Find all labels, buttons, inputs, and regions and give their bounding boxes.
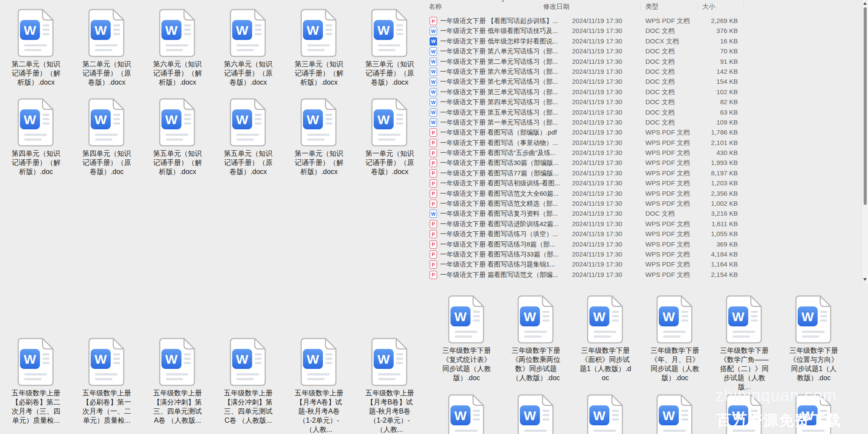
file-size: 1,164 KB bbox=[677, 260, 738, 268]
file-list-row[interactable]: P 一年级语文下册 看图写话进阶训练42篇... 2024/11/19 17:3… bbox=[417, 219, 868, 229]
file-size: 1,055 KB bbox=[677, 230, 738, 237]
file-tile[interactable]: W 五年级数学上册【月考B卷】试题-秋月考B卷（1-2单元）-（人教... bbox=[357, 335, 422, 434]
file-date-modified: 2024/11/19 17:30 bbox=[572, 47, 622, 55]
file-list-row[interactable]: W 一年级语文下册 低年级怎样学好看图说... 2024/11/19 17:30… bbox=[417, 36, 868, 46]
file-tile[interactable]: W bbox=[642, 391, 707, 434]
scrollbar-thumb[interactable] bbox=[864, 7, 867, 205]
column-divider[interactable] bbox=[640, 2, 641, 10]
file-name-label: 五年级数学上册【必刷卷】第二次月考（三、四单元）质量检... bbox=[10, 388, 62, 425]
file-name: 一年级语文下册 第二单元写话练习（部... bbox=[440, 58, 570, 66]
file-list-row[interactable]: W 一年级语文下册 第七单元写话练习（部... 2024/11/19 17:30… bbox=[417, 77, 868, 87]
word-document-icon: W bbox=[228, 338, 269, 386]
file-tile[interactable]: W 五年级数学上册【月考A卷】试题-秋月考A卷（1-2单元）-（人教... bbox=[286, 335, 352, 434]
file-name: 一年级语文下册 【看图写话起步训练】... bbox=[440, 17, 570, 25]
column-divider[interactable] bbox=[539, 2, 540, 10]
file-tile[interactable]: W 第二单元（知识记诵手册）（解析版）.docx bbox=[3, 6, 69, 95]
word-letter: W bbox=[732, 309, 745, 324]
file-tile[interactable]: W 第四单元（知识记诵手册）（原卷版）.doc bbox=[74, 95, 139, 185]
file-tile[interactable]: W 第三单元（知识记诵手册）（解析版）.docx bbox=[286, 6, 352, 95]
file-tile[interactable]: W 第五单元（知识记诵手册）（原卷版）.docx bbox=[216, 95, 281, 185]
file-date-modified: 2024/11/19 17:30 bbox=[572, 17, 622, 24]
file-tile[interactable]: W 三年级数学下册《数学广角——搭配（二）》同步试题（人教版... bbox=[712, 293, 777, 391]
file-tile[interactable]: W 第六单元（知识记诵手册）（解析版）.docx bbox=[145, 6, 210, 95]
file-date-modified: 2024/11/19 17:30 bbox=[572, 37, 622, 45]
file-date-modified: 2024/11/19 17:30 bbox=[572, 179, 622, 187]
file-tile[interactable]: W 第五单元（知识记诵手册）（解析版）.docx bbox=[145, 95, 210, 185]
file-list-row[interactable]: P 一年级语文下册 看图写话（事景动物）... 2024/11/19 17:30… bbox=[417, 138, 868, 148]
file-list-row[interactable]: W 一年级语文下册 第三单元写话练习（部... 2024/11/19 17:30… bbox=[417, 87, 868, 97]
file-list-row[interactable]: W 一年级语文下册 第二单元写话练习（部... 2024/11/19 17:30… bbox=[417, 57, 868, 67]
file-list-row[interactable]: P 一年级语文下册 看图写话范文精选（部... 2024/11/19 17:30… bbox=[417, 199, 868, 209]
column-divider[interactable] bbox=[698, 2, 698, 10]
file-tile[interactable]: W 三年级数学下册《年、月、日》同步试题（人教版）.doc bbox=[642, 293, 707, 391]
file-list-row[interactable]: W 一年级语文下册 低年级看图写话技巧及... 2024/11/19 17:30… bbox=[417, 26, 868, 36]
file-tile[interactable]: W 第三单元（知识记诵手册）（原卷版）.docx bbox=[357, 6, 422, 95]
pdf-file-icon: P bbox=[430, 159, 437, 167]
file-list-row[interactable]: W 一年级语文下册 第一单元写话练习（部... 2024/11/19 17:30… bbox=[417, 118, 868, 128]
file-tile[interactable]: W bbox=[434, 391, 499, 434]
file-name: 一年级语文下册 看图写话进阶训练42篇... bbox=[440, 220, 570, 228]
pdf-file-icon: P bbox=[430, 190, 437, 198]
file-tile[interactable]: W 第六单元（知识记诵手册）（原卷版）.docx bbox=[216, 6, 281, 95]
file-list-row[interactable]: P 一年级语文下册 看图写话77篇（部编版... 2024/11/19 17:3… bbox=[417, 168, 868, 178]
file-name-label: 三年级数学下册《复式统计表》同步试题（人教版）.doc bbox=[441, 346, 493, 382]
file-name-label: 第五单元（知识记诵手册）（原卷版）.docx bbox=[222, 149, 274, 176]
file-date-modified: 2024/11/19 17:30 bbox=[572, 240, 622, 248]
file-list-row[interactable]: P 一年级语文下册 看图写话练习8篇（部... 2024/11/19 17:30… bbox=[417, 240, 868, 250]
vertical-scrollbar[interactable] bbox=[861, 0, 868, 284]
doc-file-icon: W bbox=[430, 27, 437, 35]
file-list-row[interactable]: W 一年级语文下册 第五单元写话练习（部... 2024/11/19 17:30… bbox=[417, 108, 868, 118]
column-header-date-modified[interactable]: 修改日期 bbox=[543, 3, 569, 11]
file-list-row[interactable]: P 一年级语文下册 看图写话“五步曲”及练... 2024/11/19 17:3… bbox=[417, 148, 868, 158]
file-list-row[interactable]: P 一年级语文下册 看图写话（部编版）.pdf 2024/11/19 17:30… bbox=[417, 128, 868, 138]
file-tile[interactable]: W 第一单元（知识记诵手册）（原卷版）.docx bbox=[357, 95, 422, 185]
file-tile[interactable]: W 五年级数学上册【满分冲刺】第三、四单元测试A卷 （人教版... bbox=[145, 335, 210, 434]
file-name-label: 第一单元（知识记诵手册）（解析版）.docx bbox=[293, 149, 345, 176]
file-name: 一年级语文下册 低年级看图写话技巧及... bbox=[440, 27, 570, 35]
file-tile[interactable]: W 五年级数学上册【满分冲刺】第三、四单元测试C卷 （人教版... bbox=[216, 335, 281, 434]
word-letter: W bbox=[165, 352, 178, 366]
pdf-file-icon: P bbox=[430, 250, 437, 259]
scroll-down-icon[interactable] bbox=[863, 278, 867, 281]
file-list-row[interactable]: W 一年级语文下册 看图写话复习资料（部... 2024/11/19 17:30… bbox=[417, 209, 868, 219]
file-tile[interactable]: W 五年级数学上册【必刷卷】第一次月考（一、二单元）质量检... bbox=[74, 335, 139, 434]
file-size: 109 KB bbox=[677, 118, 738, 126]
file-list-row[interactable]: P 一年级语文下册 看图写话练习题集锦1... 2024/11/19 17:30… bbox=[417, 260, 868, 270]
column-header-type[interactable]: 类型 bbox=[645, 3, 658, 11]
file-list-row[interactable]: P 一年级语文下册 看图写话练习33篇（部... 2024/11/19 17:3… bbox=[417, 250, 868, 260]
word-letter: W bbox=[165, 112, 178, 127]
file-tile[interactable]: W bbox=[573, 391, 638, 434]
file-tile[interactable]: W 三年级数学下册《两位数乘两位数》同步试题（人教版）.doc bbox=[503, 293, 569, 391]
file-tile[interactable]: W 五年级数学上册【必刷卷】第二次月考（三、四单元）质量检... bbox=[3, 335, 69, 434]
word-letter: W bbox=[307, 23, 319, 37]
file-name: 一年级语文下册 第六单元写话练习（部... bbox=[440, 68, 570, 76]
file-size: 369 KB bbox=[677, 240, 738, 248]
file-list-row[interactable]: P 一年级语文下册 看图写话练习（填空）... 2024/11/19 17:30… bbox=[417, 229, 868, 239]
file-list-row[interactable]: P 一年级语文下册 看图写话30篇（部编版... 2024/11/19 17:3… bbox=[417, 158, 868, 168]
file-date-modified: 2024/11/19 17:30 bbox=[572, 68, 622, 75]
file-list-row[interactable]: W 一年级语文下册 第八单元写话练习（部... 2024/11/19 17:30… bbox=[417, 46, 868, 56]
file-list-row[interactable]: P 一年级语文下册 篇看图写话范文（部编... 2024/11/19 17:30… bbox=[417, 270, 868, 280]
file-type: DOC 文档 bbox=[645, 118, 675, 127]
file-tile[interactable]: W 第四单元（知识记诵手册）（解析版）.doc bbox=[3, 95, 69, 185]
column-header-size[interactable]: 大小 bbox=[702, 3, 715, 11]
file-list-row[interactable]: P 一年级语文下册 看图写话初级训练-看图... 2024/11/19 17:3… bbox=[417, 178, 868, 188]
file-name-label: 五年级数学上册【月考A卷】试题-秋月考A卷（1-2单元）-（人教... bbox=[293, 388, 345, 434]
file-list-row[interactable]: P 一年级语文下册 【看图写话起步训练】... 2024/11/19 17:30… bbox=[417, 16, 868, 26]
file-name: 一年级语文下册 看图写话范文大全60篇... bbox=[440, 190, 570, 198]
file-tile[interactable]: W 第一单元（知识记诵手册）（解析版）.docx bbox=[286, 95, 352, 185]
file-list-row[interactable]: W 一年级语文下册 第四单元写话练习（部... 2024/11/19 17:30… bbox=[417, 97, 868, 107]
file-tile[interactable]: W 三年级数学下册《面积》同步试题1（人教版）.doc bbox=[573, 293, 638, 391]
file-tile[interactable]: W 三年级数学下册《位置与方向》同步试题1（人教版）.doc bbox=[781, 293, 846, 391]
file-list-row[interactable]: P 一年级语文下册 看图写话范文大全60篇... 2024/11/19 17:3… bbox=[417, 189, 868, 199]
column-header-name[interactable]: 名称 bbox=[429, 3, 442, 11]
file-list-row[interactable]: W 一年级语文下册 第六单元写话练习（部... 2024/11/19 17:30… bbox=[417, 67, 868, 77]
scroll-up-icon[interactable] bbox=[863, 2, 867, 5]
column-divider[interactable] bbox=[743, 2, 743, 10]
file-name: 一年级语文下册 看图写话77篇（部编版... bbox=[440, 169, 570, 178]
file-size: 8,197 KB bbox=[677, 169, 738, 177]
word-letter: W bbox=[378, 352, 390, 366]
file-tile[interactable]: W 第二单元（知识记诵手册）（原卷版）.docx bbox=[74, 6, 139, 95]
file-tile[interactable]: W bbox=[503, 391, 569, 434]
file-tile[interactable]: W 三年级数学下册《复式统计表》同步试题（人教版）.doc bbox=[434, 293, 499, 391]
